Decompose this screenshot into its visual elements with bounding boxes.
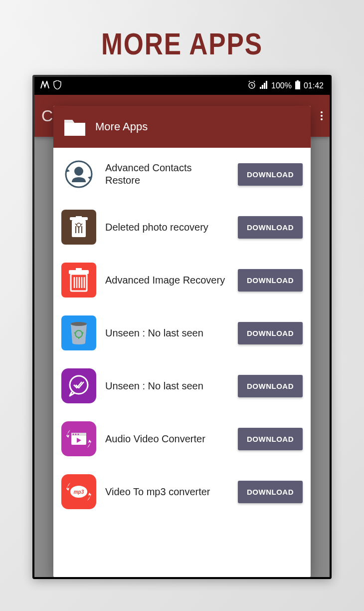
alarm-icon — [247, 80, 256, 91]
app-list-item: Unseen : No last seen DOWNLOAD — [53, 359, 311, 412]
app-name: Audio Video Converter — [105, 433, 229, 445]
signal-icon — [259, 81, 268, 91]
dialog-header: More Apps — [53, 106, 311, 148]
svg-rect-3 — [264, 83, 265, 89]
download-button[interactable]: DOWNLOAD — [238, 375, 303, 397]
page-title: MORE APPS — [101, 26, 263, 62]
download-button[interactable]: DOWNLOAD — [238, 216, 303, 239]
svg-rect-5 — [297, 80, 299, 81]
download-button[interactable]: DOWNLOAD — [238, 322, 303, 344]
app-name: Unseen : No last seen — [105, 327, 229, 339]
dialog-title: More Apps — [95, 120, 148, 133]
app-name: Advanced Contacts Restore — [105, 162, 229, 187]
app-list-item: Deleted photo recovery DOWNLOAD — [53, 201, 311, 254]
svg-point-22 — [73, 434, 74, 435]
notification-icon — [40, 81, 49, 91]
svg-rect-1 — [260, 87, 261, 89]
app-list-item: Unseen : No last seen DOWNLOAD — [53, 306, 311, 359]
app-header-initial: C — [41, 107, 53, 125]
app-name: Advanced Image Recovery — [105, 274, 229, 287]
clock-time: 01:42 — [304, 81, 324, 90]
shield-icon — [53, 80, 61, 91]
app-icon-contacts — [61, 157, 96, 192]
overflow-menu-button[interactable] — [321, 111, 323, 120]
svg-rect-4 — [266, 81, 267, 89]
svg-text:mp3: mp3 — [74, 489, 84, 495]
status-bar: 100% 01:42 — [34, 77, 330, 95]
phone-screen: 100% 01:42 C More Apps — [34, 77, 330, 577]
folder-icon — [63, 117, 86, 137]
svg-rect-11 — [76, 216, 82, 218]
battery-icon — [295, 80, 301, 91]
app-icon-unseen-bin — [61, 315, 96, 350]
svg-point-23 — [75, 434, 77, 435]
app-list-item: Audio Video Converter DOWNLOAD — [53, 412, 311, 465]
app-list-item: Advanced Contacts Restore DOWNLOAD — [53, 148, 311, 201]
svg-point-24 — [78, 434, 79, 435]
app-icon-image-recovery — [61, 263, 96, 298]
download-button[interactable]: DOWNLOAD — [238, 428, 303, 450]
download-button[interactable]: DOWNLOAD — [238, 163, 303, 186]
app-name: Deleted photo recovery — [105, 221, 229, 234]
more-apps-dialog: More Apps Advanced Contacts Restore DOWN… — [53, 106, 311, 577]
svg-point-17 — [71, 322, 87, 326]
svg-rect-2 — [262, 85, 263, 89]
app-list-item: Advanced Image Recovery DOWNLOAD — [53, 254, 311, 306]
app-name: Video To mp3 converter — [105, 486, 229, 498]
battery-percent: 100% — [271, 81, 292, 90]
phone-frame: 100% 01:42 C More Apps — [32, 75, 332, 579]
app-name: Unseen : No last seen — [105, 380, 229, 392]
svg-point-8 — [74, 167, 83, 176]
app-list[interactable]: Advanced Contacts Restore DOWNLOAD Delet… — [53, 148, 311, 577]
app-icon-mp3-converter: mp3 — [61, 474, 96, 509]
app-list-item: mp3 Video To mp3 converter DOWNLOAD — [53, 465, 311, 518]
app-icon-av-converter — [61, 421, 96, 456]
download-button[interactable]: DOWNLOAD — [238, 269, 303, 292]
svg-rect-6 — [295, 81, 300, 89]
download-button[interactable]: DOWNLOAD — [238, 481, 303, 503]
app-icon-deleted-photo — [61, 210, 96, 245]
svg-rect-15 — [76, 268, 82, 271]
svg-rect-14 — [69, 270, 89, 274]
app-icon-unseen-chat — [61, 368, 96, 403]
